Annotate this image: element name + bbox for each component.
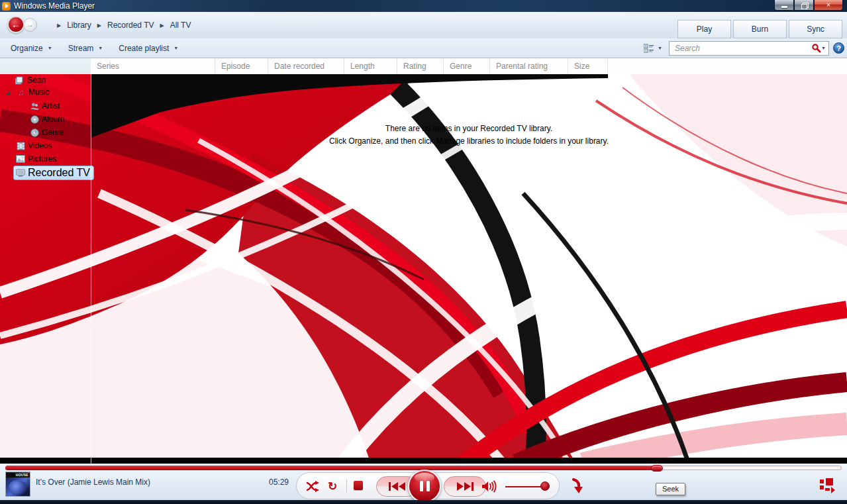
pictures-icon (16, 155, 25, 164)
volume-slider-knob[interactable] (540, 481, 550, 491)
window-title: Windows Media Player (14, 1, 95, 11)
playback-bar: HOUSE It's Over (Jamie Lewis Main Mix) 0… (0, 464, 847, 500)
breadcrumb-all-tv[interactable]: All TV (170, 21, 191, 30)
minimize-button[interactable] (774, 0, 794, 11)
stop-icon (354, 481, 363, 490)
repeat-icon: ↻ (328, 481, 337, 492)
previous-icon (389, 482, 406, 491)
pause-icon (426, 481, 430, 491)
restore-icon (801, 3, 807, 8)
shuffle-icon (306, 481, 320, 492)
sidebar-item-artist[interactable]: Artist (30, 101, 60, 111)
tab-play[interactable]: Play (677, 20, 731, 38)
sidebar-separator (91, 74, 91, 464)
sidebar-item-music[interactable]: ♫ Music (17, 87, 49, 97)
wmp-app-icon (2, 2, 11, 11)
title-bar: Windows Media Player × (0, 0, 847, 12)
column-header-genre[interactable]: Genre (444, 58, 490, 74)
album-art-text: HOUSE (6, 473, 30, 478)
sidebar-item-album[interactable]: Album (30, 115, 64, 124)
tab-sync[interactable]: Sync (789, 20, 842, 38)
search-icon[interactable] (811, 43, 821, 53)
sidebar-item-genre[interactable]: ♪ Genre (30, 128, 64, 137)
search-box: ▼ (669, 41, 829, 56)
sidebar-item-recorded-tv[interactable]: Recorded TV (13, 166, 94, 180)
chevron-down-icon: ▼ (174, 46, 178, 50)
breadcrumb-recorded-tv[interactable]: Recorded TV (107, 21, 154, 30)
transport-controls: ↻ (296, 472, 560, 499)
help-icon: ? (836, 44, 841, 52)
seek-tooltip: Seek (656, 483, 685, 495)
genre-icon: ♪ (30, 128, 39, 137)
restore-button[interactable] (794, 0, 814, 11)
sidebar-item-label: Artist (42, 101, 60, 111)
close-icon: × (826, 1, 830, 9)
tab-burn[interactable]: Burn (733, 20, 787, 38)
library-icon: ♪ (15, 76, 25, 85)
breadcrumb-arrow-icon: ▶ (57, 23, 61, 28)
column-header-episode[interactable]: Episode (215, 58, 268, 74)
forward-button[interactable]: → (23, 18, 37, 32)
chevron-down-icon: ▼ (658, 46, 662, 50)
sidebar-item-label: Pictures (28, 154, 56, 164)
now-playing-arrow-icon (825, 488, 830, 491)
stream-menu[interactable]: Stream ▼ (60, 40, 111, 56)
column-header-series[interactable]: Series (91, 58, 215, 74)
now-playing-icon (826, 478, 833, 485)
pause-button[interactable] (408, 470, 441, 503)
next-button[interactable] (444, 476, 486, 497)
next-icon (456, 482, 473, 491)
chevron-down-icon: ▼ (48, 46, 52, 50)
column-header-size[interactable]: Size (568, 58, 608, 74)
stop-button[interactable] (354, 481, 363, 490)
cursor-icon (570, 478, 584, 497)
mute-button[interactable] (481, 479, 497, 493)
repeat-button[interactable]: ↻ (326, 479, 339, 493)
artist-icon (30, 102, 39, 111)
shuffle-button[interactable] (305, 480, 320, 492)
breadcrumb-library[interactable]: Library (67, 21, 91, 30)
chevron-down-icon: ▼ (98, 46, 103, 50)
sidebar-item-label: Album (42, 115, 64, 124)
recorded-tv-icon (16, 169, 25, 177)
column-header-parental-rating[interactable]: Parental rating (490, 58, 568, 74)
sidebar-item-library-sean[interactable]: ♪ Sean (15, 76, 46, 85)
search-input[interactable] (673, 43, 811, 54)
elapsed-time: 05:29 (260, 464, 289, 500)
videos-icon (16, 142, 25, 150)
column-header-length[interactable]: Length (344, 58, 397, 74)
back-arrow-icon: ← (11, 20, 21, 29)
stream-label: Stream (68, 44, 94, 53)
toolbar: Organize ▼ Stream ▼ Create playlist ▼ (0, 38, 847, 58)
track-title: It's Over (Jamie Lewis Main Mix) (36, 464, 150, 500)
view-options-button[interactable]: ▼ (641, 42, 665, 54)
sidebar-item-pictures[interactable]: Pictures (16, 154, 56, 164)
breadcrumb: ▶ Library ▶ Recorded TV ▶ All TV (57, 12, 191, 38)
album-icon (30, 115, 39, 124)
tree-expander-icon[interactable] (6, 91, 10, 95)
create-playlist-label: Create playlist (119, 44, 169, 53)
controls-divider (346, 479, 347, 493)
column-header-rating[interactable]: Rating (397, 58, 444, 74)
column-header-date-recorded[interactable]: Date recorded (268, 58, 344, 74)
close-button[interactable]: × (814, 0, 843, 11)
organize-menu[interactable]: Organize ▼ (3, 40, 60, 56)
forward-arrow-icon: → (26, 21, 34, 28)
speaker-icon (481, 480, 497, 493)
empty-library-line1: There are no items in your Recorded TV l… (91, 123, 847, 135)
header-left-spacer (0, 58, 91, 74)
help-button[interactable]: ? (833, 42, 844, 54)
now-playing-icon (820, 485, 824, 489)
back-button[interactable]: ← (7, 16, 25, 33)
sidebar-item-videos[interactable]: Videos (16, 141, 52, 150)
music-icon: ♫ (17, 88, 26, 97)
list-header-row: Series Episode Date recorded Length Rati… (0, 58, 847, 74)
library-content-area: There are no items in your Recorded TV l… (0, 74, 847, 464)
breadcrumb-arrow-icon: ▶ (160, 23, 164, 28)
chevron-down-icon[interactable]: ▼ (821, 46, 826, 50)
organize-label: Organize (11, 44, 43, 53)
seek-handle[interactable] (651, 465, 663, 472)
sidebar-item-label: Sean (27, 76, 46, 85)
create-playlist-menu[interactable]: Create playlist ▼ (111, 40, 186, 56)
switch-to-now-playing-button[interactable] (820, 478, 837, 494)
